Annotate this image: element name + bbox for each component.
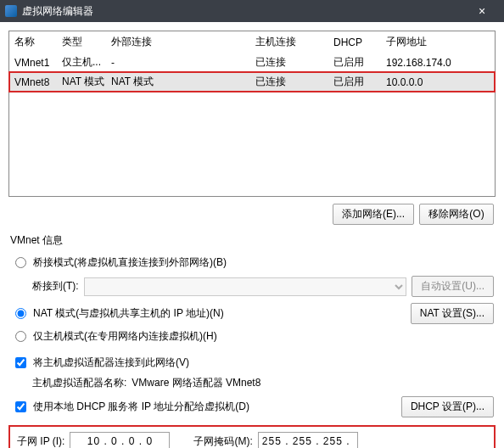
table-row[interactable]: VMnet8NAT 模式NAT 模式已连接已启用10.0.0.0 xyxy=(9,72,495,92)
remove-network-button[interactable]: 移除网络(O) xyxy=(419,204,494,225)
cell-dhcp: 已启用 xyxy=(328,53,381,72)
cell-type: NAT 模式 xyxy=(57,72,106,92)
cell-name: VMnet8 xyxy=(9,72,57,92)
dhcp-settings-button[interactable]: DHCP 设置(P)... xyxy=(401,396,494,417)
cell-ext: NAT 模式 xyxy=(106,72,250,92)
col-subnet[interactable]: 子网地址 xyxy=(381,31,495,53)
cell-name: VMnet1 xyxy=(9,53,57,72)
network-table[interactable]: 名称 类型 外部连接 主机连接 DHCP 子网地址 VMnet1仅主机...-已… xyxy=(8,31,496,197)
bridge-to-label: 桥接到(T): xyxy=(32,279,79,294)
table-row[interactable]: VMnet1仅主机...-已连接已启用192.168.174.0 xyxy=(9,53,495,72)
checkbox-connect-host-label: 将主机虚拟适配器连接到此网络(V) xyxy=(33,356,189,370)
close-icon[interactable]: × xyxy=(465,4,499,18)
cell-subnet: 10.0.0.0 xyxy=(381,72,495,92)
checkbox-use-dhcp[interactable] xyxy=(15,401,26,412)
bridge-to-combo[interactable] xyxy=(84,277,407,296)
subnet-ip-label: 子网 IP (I): xyxy=(17,434,64,449)
col-name[interactable]: 名称 xyxy=(9,31,57,53)
col-host[interactable]: 主机连接 xyxy=(250,31,328,53)
host-adapter-name-label: 主机虚拟适配器名称: xyxy=(32,376,126,390)
add-network-button[interactable]: 添加网络(E)... xyxy=(333,204,414,225)
cell-host: 已连接 xyxy=(250,72,328,92)
col-type[interactable]: 类型 xyxy=(57,31,106,53)
col-dhcp[interactable]: DHCP xyxy=(328,31,381,53)
col-ext[interactable]: 外部连接 xyxy=(106,31,250,53)
checkbox-use-dhcp-label: 使用本地 DHCP 服务将 IP 地址分配给虚拟机(D) xyxy=(33,400,249,414)
cell-type: 仅主机... xyxy=(57,53,106,72)
table-header-row: 名称 类型 外部连接 主机连接 DHCP 子网地址 xyxy=(9,31,495,53)
cell-dhcp: 已启用 xyxy=(328,72,381,92)
host-adapter-name-value: VMware 网络适配器 VMnet8 xyxy=(132,376,260,390)
cell-ext: - xyxy=(106,53,250,72)
titlebar: 虚拟网络编辑器 × xyxy=(0,0,504,22)
subnet-ip-input[interactable] xyxy=(70,432,170,448)
auto-settings-button[interactable]: 自动设置(U)... xyxy=(412,276,494,297)
nat-settings-button[interactable]: NAT 设置(S)... xyxy=(411,303,494,324)
radio-nat-label: NAT 模式(与虚拟机共享主机的 IP 地址)(N) xyxy=(33,306,224,321)
app-icon xyxy=(5,5,17,17)
radio-bridged-label: 桥接模式(将虚拟机直接连接到外部网络)(B) xyxy=(33,255,227,270)
radio-bridged[interactable] xyxy=(15,257,26,268)
cell-subnet: 192.168.174.0 xyxy=(381,53,495,72)
subnet-row: 子网 IP (I): 子网掩码(M): xyxy=(10,427,494,448)
subnet-mask-label: 子网掩码(M): xyxy=(193,434,252,449)
checkbox-connect-host[interactable] xyxy=(15,357,26,368)
vmnet-info-label: VMnet 信息 xyxy=(10,233,494,248)
radio-nat[interactable] xyxy=(15,308,26,319)
subnet-mask-input[interactable] xyxy=(258,432,358,448)
window-title: 虚拟网络编辑器 xyxy=(22,4,465,19)
radio-hostonly[interactable] xyxy=(15,331,26,342)
radio-hostonly-label: 仅主机模式(在专用网络内连接虚拟机)(H) xyxy=(33,329,217,344)
cell-host: 已连接 xyxy=(250,53,328,72)
